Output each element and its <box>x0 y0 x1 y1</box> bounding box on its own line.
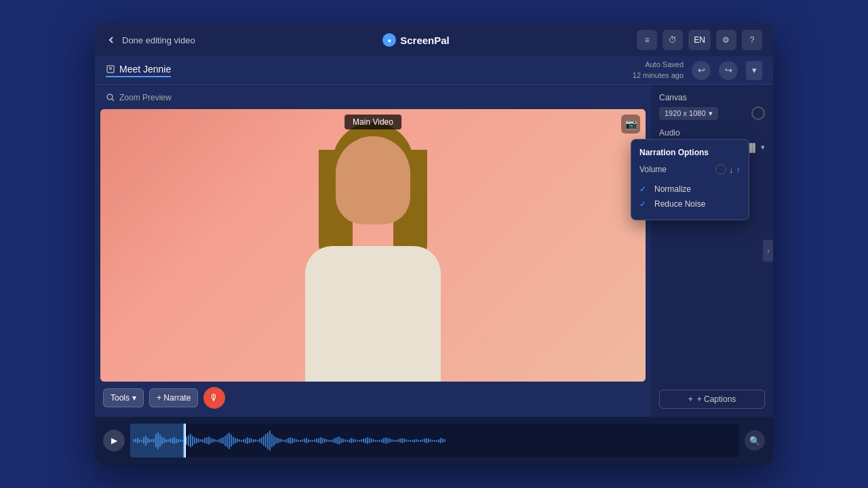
waveform-bar <box>424 439 425 443</box>
waveform-bar <box>261 437 262 444</box>
waveform-bar <box>298 440 299 442</box>
waveform-bar <box>418 440 419 442</box>
canvas-size-selector[interactable]: 1920 x 1080 ▾ <box>659 107 718 120</box>
timeline-search-button[interactable]: 🔍 <box>745 430 765 451</box>
camera-icon[interactable]: 📷 <box>621 115 640 134</box>
reduce-noise-option[interactable]: ✓ Reduce Noise <box>639 197 741 211</box>
waveform-bar <box>271 434 273 447</box>
waveform-bar <box>357 440 358 442</box>
normalize-option[interactable]: ✓ Normalize <box>639 182 741 197</box>
waveform-bar <box>442 439 443 443</box>
waveform-bar <box>159 434 161 447</box>
volume-label: Volume <box>639 165 667 174</box>
zoom-label: Zoom Preview <box>119 93 172 102</box>
waveform-bar <box>235 438 236 443</box>
back-button[interactable]: Done editing video <box>106 35 195 45</box>
waveform-bar <box>277 438 279 443</box>
waveform-bar <box>233 436 234 445</box>
waveform-bar <box>399 439 401 443</box>
waveform-bar <box>387 438 389 443</box>
waveform-bar <box>243 439 244 443</box>
narration-chevron-icon[interactable]: ▾ <box>761 143 765 152</box>
waveform-bar <box>224 436 226 446</box>
tools-button[interactable]: Tools ▾ <box>103 388 144 407</box>
panel-expand-arrow[interactable]: › <box>763 240 773 262</box>
menu-icon-button[interactable]: ≡ <box>637 30 657 50</box>
waveform-bar <box>188 435 189 446</box>
top-bar: Done editing video ● ScreenPal ≡ ⏱ EN ⚙ … <box>95 24 773 56</box>
waveform-bar <box>422 439 423 442</box>
waveform-bar <box>385 437 387 444</box>
waveform-bar <box>406 439 407 442</box>
volume-down-icon[interactable]: ↓ <box>729 165 734 175</box>
waveform-bar <box>172 438 173 443</box>
waveform-bar <box>353 439 354 443</box>
settings-icon-button[interactable]: ⚙ <box>716 30 736 50</box>
zoom-preview[interactable]: Zoom Preview <box>106 93 172 102</box>
waveform-bar <box>340 438 342 443</box>
captions-button[interactable]: + + Captions <box>659 390 765 409</box>
options-dropdown-button[interactable]: ▾ <box>746 61 762 80</box>
waveform-bar <box>263 436 264 446</box>
captions-plus-icon: + <box>688 394 693 404</box>
waveform-bar <box>430 439 431 442</box>
svg-point-1 <box>107 94 113 100</box>
audio-label: Audio <box>659 128 765 138</box>
help-icon-button[interactable]: ? <box>742 30 762 50</box>
waveform-bar <box>367 437 368 444</box>
waveform-bar <box>202 439 203 443</box>
person-head <box>336 136 410 224</box>
waveform-bar <box>320 437 321 444</box>
waveform-bar <box>285 439 287 443</box>
redo-button[interactable]: ↪ <box>719 61 738 80</box>
video-area: Zoom Preview Main Video 📷 Tools <box>95 85 651 417</box>
waveform-bar <box>414 439 415 443</box>
waveform-bar <box>163 438 165 443</box>
waveform-bar <box>139 439 140 443</box>
waveform-bar <box>383 438 384 443</box>
waveform-bar <box>438 439 439 443</box>
waveform-bar <box>151 439 153 442</box>
waveform-bar <box>316 439 317 443</box>
tools-chevron-icon: ▾ <box>132 393 136 403</box>
video-person <box>100 109 646 382</box>
volume-controls: ↓ ↑ <box>715 164 741 175</box>
logo-text: ScreenPal <box>400 35 450 46</box>
reduce-noise-label: Reduce Noise <box>654 199 705 209</box>
waveform-bar <box>257 440 258 442</box>
play-button[interactable]: ▶ <box>103 430 125 451</box>
waveform-bar <box>336 437 338 444</box>
waveform-bar <box>210 438 212 443</box>
waveform-bar <box>373 439 374 442</box>
waveform-bar <box>403 439 405 443</box>
narrate-button[interactable]: + Narrate <box>149 388 198 407</box>
waveform-bar <box>330 440 332 442</box>
canvas-label: Canvas <box>659 93 765 102</box>
waveform-bar <box>389 439 391 443</box>
app-window: Done editing video ● ScreenPal ≡ ⏱ EN ⚙ … <box>95 24 773 464</box>
waveform-bar <box>361 439 362 442</box>
waveform-bar <box>153 439 155 443</box>
waveform-bar <box>416 439 417 442</box>
waveform-bar <box>420 440 421 442</box>
language-button[interactable]: EN <box>688 30 711 50</box>
waveform-bar <box>288 438 289 443</box>
history-icon-button[interactable]: ⏱ <box>663 30 683 50</box>
waveform-bar <box>231 434 232 447</box>
waveform-bar <box>241 440 242 442</box>
waveform-bar <box>381 439 382 443</box>
normalize-label: Normalize <box>654 184 691 194</box>
undo-button[interactable]: ↩ <box>692 61 711 80</box>
waveform-bar <box>296 439 297 442</box>
logo: ● ScreenPal <box>382 33 450 47</box>
timeline-track[interactable]: 0:01.48 <box>130 424 739 458</box>
canvas-row: 1920 x 1080 ▾ <box>659 106 765 120</box>
waveform-bar <box>300 440 301 442</box>
volume-circle-icon <box>715 164 726 175</box>
microphone-button[interactable]: 🎙 <box>203 387 225 409</box>
narration-options-popup: Narration Options Volume ↓ ↑ ✓ Normalize… <box>631 139 749 220</box>
waveform-bar <box>324 439 326 443</box>
main-content: Zoom Preview Main Video 📷 Tools <box>95 85 773 417</box>
volume-up-icon[interactable]: ↑ <box>736 165 741 175</box>
waveform-bar <box>245 439 246 443</box>
